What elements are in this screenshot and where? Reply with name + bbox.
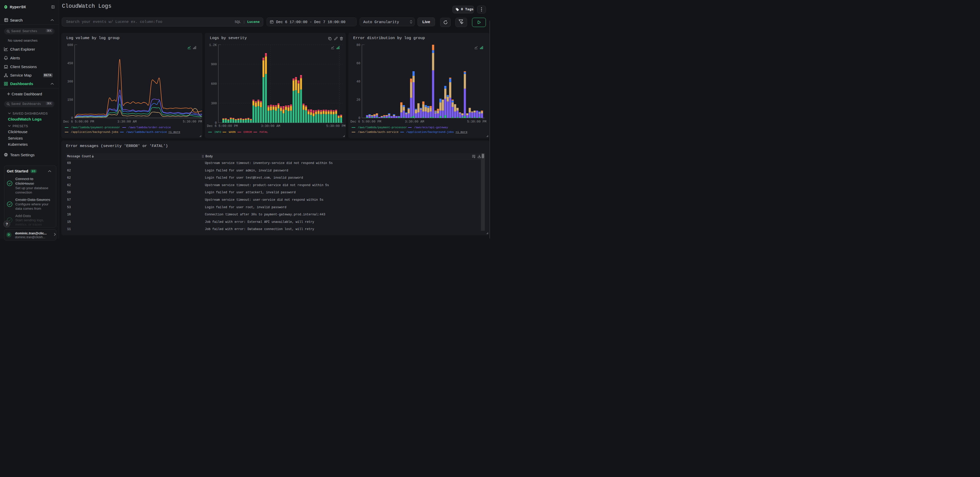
svg-text:60: 60 <box>356 62 360 65</box>
svg-text:Dec 6 5:00:00 PM: Dec 6 5:00:00 PM <box>207 124 238 128</box>
svg-text:600: 600 <box>211 82 217 86</box>
svg-text:600: 600 <box>67 43 73 47</box>
svg-text:450: 450 <box>67 62 73 65</box>
svg-text:300: 300 <box>67 80 73 84</box>
svg-text:150: 150 <box>67 98 73 102</box>
svg-text:3:30:00 AM: 3:30:00 AM <box>117 120 137 124</box>
svg-text:3:30:00 AM: 3:30:00 AM <box>261 124 280 128</box>
svg-text:3:30:00 AM: 3:30:00 AM <box>405 120 424 124</box>
svg-text:300: 300 <box>211 102 217 105</box>
svg-text:1.2K: 1.2K <box>209 43 217 47</box>
svg-text:20: 20 <box>356 98 360 102</box>
svg-text:0: 0 <box>358 116 360 120</box>
svg-text:900: 900 <box>211 63 217 66</box>
svg-text:5:30:00 PM: 5:30:00 PM <box>326 124 345 128</box>
svg-text:Dec 6 5:00:00 PM: Dec 6 5:00:00 PM <box>350 120 381 124</box>
svg-text:5:30:00 PM: 5:30:00 PM <box>183 120 202 124</box>
svg-text:40: 40 <box>356 80 360 84</box>
svg-text:0: 0 <box>71 116 73 120</box>
svg-text:80: 80 <box>356 43 360 47</box>
svg-text:5:30:00 PM: 5:30:00 PM <box>467 120 487 124</box>
svg-text:Dec 6 5:00:00 PM: Dec 6 5:00:00 PM <box>63 120 94 124</box>
